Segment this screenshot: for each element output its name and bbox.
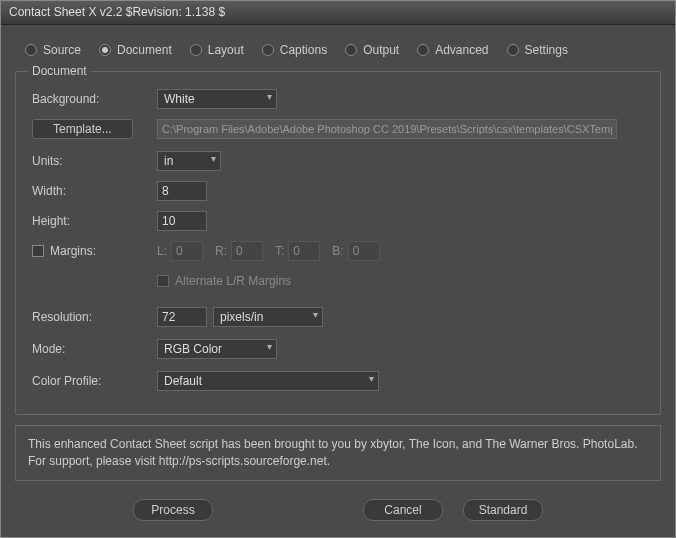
- content: Source Document Layout Captions Output A…: [1, 25, 675, 537]
- tab-settings[interactable]: Settings: [507, 43, 568, 57]
- tab-source[interactable]: Source: [25, 43, 81, 57]
- template-path: [157, 119, 617, 139]
- mode-label: Mode:: [32, 342, 157, 356]
- margin-b-label: B:: [332, 244, 343, 258]
- dialog-window: Contact Sheet X v2.2 $Revision: 1.138 $ …: [0, 0, 676, 538]
- resolution-unit-select[interactable]: pixels/in: [213, 307, 323, 327]
- margin-l-input: [171, 241, 203, 261]
- margin-b-input: [348, 241, 380, 261]
- tab-document[interactable]: Document: [99, 43, 172, 57]
- tab-label: Output: [363, 43, 399, 57]
- tab-advanced[interactable]: Advanced: [417, 43, 488, 57]
- colorprofile-label: Color Profile:: [32, 374, 157, 388]
- margins-checkbox[interactable]: [32, 245, 44, 257]
- margins-label-wrap: Margins:: [32, 244, 157, 258]
- resolution-input[interactable]: [157, 307, 207, 327]
- tab-label: Settings: [525, 43, 568, 57]
- template-btn-wrap: Template...: [32, 119, 157, 139]
- colorprofile-select[interactable]: Default: [157, 371, 379, 391]
- radio-icon: [262, 44, 274, 56]
- radio-icon: [345, 44, 357, 56]
- mode-select[interactable]: RGB Color: [157, 339, 277, 359]
- height-input[interactable]: [157, 211, 207, 231]
- height-label: Height:: [32, 214, 157, 228]
- tab-output[interactable]: Output: [345, 43, 399, 57]
- template-button[interactable]: Template...: [32, 119, 133, 139]
- background-select[interactable]: White: [157, 89, 277, 109]
- width-input[interactable]: [157, 181, 207, 201]
- units-select[interactable]: in: [157, 151, 221, 171]
- margin-t-label: T:: [275, 244, 284, 258]
- radio-icon: [417, 44, 429, 56]
- cancel-button[interactable]: Cancel: [363, 499, 443, 521]
- resolution-label: Resolution:: [32, 310, 157, 324]
- radio-icon: [99, 44, 111, 56]
- radio-icon: [190, 44, 202, 56]
- standard-button[interactable]: Standard: [463, 499, 543, 521]
- group-title: Document: [28, 64, 91, 78]
- titlebar[interactable]: Contact Sheet X v2.2 $Revision: 1.138 $: [1, 1, 675, 25]
- alternate-label: Alternate L/R Margins: [175, 274, 291, 288]
- margin-r-label: R:: [215, 244, 227, 258]
- process-button[interactable]: Process: [133, 499, 213, 521]
- tab-layout[interactable]: Layout: [190, 43, 244, 57]
- margin-t-input: [288, 241, 320, 261]
- width-label: Width:: [32, 184, 157, 198]
- tab-row: Source Document Layout Captions Output A…: [15, 37, 661, 71]
- tab-label: Layout: [208, 43, 244, 57]
- margin-r-input: [231, 241, 263, 261]
- margin-l-label: L:: [157, 244, 167, 258]
- tab-captions[interactable]: Captions: [262, 43, 327, 57]
- tab-label: Source: [43, 43, 81, 57]
- tab-label: Captions: [280, 43, 327, 57]
- radio-icon: [25, 44, 37, 56]
- margin-inputs: L: R: T: B:: [157, 241, 380, 261]
- tab-label: Document: [117, 43, 172, 57]
- action-row: Process Cancel Standard: [15, 495, 661, 525]
- radio-icon: [507, 44, 519, 56]
- units-label: Units:: [32, 154, 157, 168]
- tab-label: Advanced: [435, 43, 488, 57]
- margins-label: Margins:: [50, 244, 96, 258]
- document-group: Document Background: White Template... U…: [15, 71, 661, 415]
- alternate-checkbox: [157, 275, 169, 287]
- background-label: Background:: [32, 92, 157, 106]
- credits-box: This enhanced Contact Sheet script has b…: [15, 425, 661, 481]
